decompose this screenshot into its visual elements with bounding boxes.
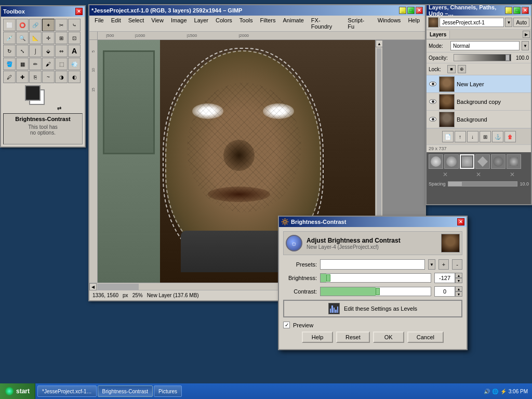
layer-row-background-copy[interactable]: Background copy bbox=[427, 93, 531, 111]
taskbar-btn-bc[interactable]: Brightness-Contrast bbox=[98, 385, 153, 397]
tool-ink[interactable]: 🖊 bbox=[3, 71, 16, 83]
layer-visibility-background[interactable] bbox=[429, 115, 437, 124]
gimp-close-button[interactable]: ✕ bbox=[416, 7, 423, 14]
panel-menu-button[interactable]: ▶ bbox=[523, 31, 530, 38]
tool-crop[interactable]: ⊡ bbox=[68, 32, 81, 44]
menu-image[interactable]: Image bbox=[168, 17, 190, 30]
contrast-up-button[interactable]: ▲ bbox=[455, 286, 462, 291]
tool-heal[interactable]: ✚ bbox=[16, 71, 29, 83]
brush-item-1[interactable] bbox=[429, 154, 443, 169]
contrast-thumb[interactable] bbox=[376, 288, 380, 295]
tool-measure[interactable]: 📐 bbox=[29, 32, 42, 44]
scroll-up-button[interactable]: ▲ bbox=[376, 40, 383, 47]
scroll-left-button[interactable]: ◀ bbox=[89, 283, 97, 290]
tool-pencil[interactable]: ✏ bbox=[29, 58, 42, 70]
tool-shear[interactable]: ⌡ bbox=[29, 45, 42, 57]
bc-titlebar[interactable]: 🔆 Brightness-Contrast ✕ bbox=[279, 217, 467, 227]
preview-checkbox[interactable] bbox=[283, 322, 290, 328]
layer-visibility-background-copy[interactable] bbox=[429, 98, 437, 106]
presets-add-button[interactable]: + bbox=[438, 259, 449, 270]
tool-ellipse-select[interactable]: ⭕ bbox=[16, 19, 29, 31]
ok-button[interactable]: OK bbox=[373, 331, 404, 343]
opacity-thumb[interactable] bbox=[506, 55, 510, 61]
menu-help[interactable]: Help bbox=[405, 17, 423, 30]
tab-layers[interactable]: Layers bbox=[427, 31, 450, 38]
brush-item-6[interactable] bbox=[507, 154, 521, 169]
file-dropdown[interactable]: JesseProject.xcf-1 bbox=[440, 18, 504, 27]
raise-layer-button[interactable]: ↑ bbox=[455, 131, 466, 142]
new-layer-button[interactable]: 📄 bbox=[442, 131, 454, 142]
tool-flip[interactable]: ⇔ bbox=[55, 45, 68, 57]
mode-dropdown-arrow[interactable]: ▼ bbox=[522, 41, 529, 50]
layer-row-new-layer[interactable]: New Layer bbox=[427, 75, 531, 93]
swap-colors-icon[interactable]: ⇄ bbox=[57, 105, 61, 111]
brightness-slider[interactable] bbox=[320, 273, 431, 283]
menu-colors[interactable]: Colors bbox=[212, 17, 235, 30]
menu-tools[interactable]: Tools bbox=[236, 17, 256, 30]
tool-scissors[interactable]: ✂ bbox=[55, 19, 68, 31]
brush-item-3-active[interactable] bbox=[460, 154, 474, 169]
start-button[interactable]: start bbox=[0, 383, 35, 399]
toolbox-close-button[interactable]: ✕ bbox=[75, 8, 83, 15]
presets-delete-button[interactable]: - bbox=[452, 259, 462, 270]
tool-color-picker[interactable]: 💉 bbox=[3, 32, 16, 44]
toolbox-titlebar[interactable]: Toolbox ✕ bbox=[1, 6, 85, 17]
brush-item-4[interactable] bbox=[475, 154, 490, 169]
tool-rotate[interactable]: ↻ bbox=[3, 45, 16, 57]
tool-airbrush[interactable]: 💨 bbox=[68, 58, 81, 70]
tool-zoom[interactable]: 🔍 bbox=[16, 32, 29, 44]
tool-fuzzy-select[interactable]: ✦ bbox=[42, 19, 55, 31]
tool-text[interactable]: A bbox=[68, 45, 81, 57]
menu-file[interactable]: File bbox=[91, 17, 107, 30]
tool-paintbrush[interactable]: 🖌 bbox=[42, 58, 55, 70]
gimp-minimize-button[interactable]: _ bbox=[399, 7, 406, 14]
contrast-value-box[interactable]: 0 bbox=[434, 286, 455, 297]
taskbar-btn-gimp[interactable]: *JesseProject.xcf-1… bbox=[37, 385, 97, 397]
cancel-button[interactable]: Cancel bbox=[407, 331, 444, 343]
tool-paths[interactable]: ⤷ bbox=[68, 19, 81, 31]
contrast-slider[interactable] bbox=[320, 287, 431, 296]
tool-eraser[interactable]: ⬚ bbox=[55, 58, 68, 70]
file-dropdown-arrow[interactable]: ▼ bbox=[505, 18, 512, 27]
brightness-down-button[interactable]: ▼ bbox=[455, 278, 462, 283]
menu-fx-foundry[interactable]: FX-Foundry bbox=[308, 17, 344, 30]
menu-filters[interactable]: Filters bbox=[257, 17, 279, 30]
lock-position-button[interactable]: ⊕ bbox=[458, 65, 466, 73]
contrast-down-button[interactable]: ▼ bbox=[455, 291, 462, 297]
layer-row-background[interactable]: Background bbox=[427, 111, 531, 128]
tool-rect-select[interactable]: ⬜ bbox=[3, 19, 16, 31]
layers-minimize-button[interactable]: _ bbox=[505, 7, 512, 14]
tool-bucket-fill[interactable]: 🪣 bbox=[3, 58, 16, 70]
foreground-color-swatch[interactable] bbox=[25, 85, 41, 101]
tool-dodge[interactable]: ◑ bbox=[55, 71, 68, 83]
bc-close-button[interactable]: ✕ bbox=[457, 218, 464, 225]
tool-perspective[interactable]: ⬙ bbox=[42, 45, 55, 57]
tool-align[interactable]: ⊞ bbox=[55, 32, 68, 44]
presets-dropdown-arrow[interactable]: ▼ bbox=[428, 259, 435, 270]
lower-layer-button[interactable]: ↓ bbox=[467, 131, 478, 142]
duplicate-layer-button[interactable]: ⊞ bbox=[480, 131, 491, 142]
layer-visibility-new-layer[interactable] bbox=[429, 80, 437, 88]
scroll-thumb-h[interactable] bbox=[97, 284, 139, 290]
tool-smudge[interactable]: ~ bbox=[42, 71, 55, 83]
tool-blend[interactable]: ▦ bbox=[16, 58, 29, 70]
brush-item-2[interactable] bbox=[444, 154, 459, 169]
gimp-main-titlebar[interactable]: *JesseProject.xcf-1.0 (RGB, 3 layers) 25… bbox=[89, 5, 425, 16]
gimp-maximize-button[interactable]: □ bbox=[407, 7, 415, 14]
spacing-slider[interactable] bbox=[448, 181, 518, 187]
menu-animate[interactable]: Animate bbox=[280, 17, 307, 30]
tool-scale[interactable]: ⤡ bbox=[16, 45, 29, 57]
brightness-value-box[interactable]: -127 bbox=[434, 273, 455, 283]
taskbar-btn-pictures[interactable]: Pictures bbox=[154, 385, 182, 397]
tool-clone[interactable]: ⎘ bbox=[29, 71, 42, 83]
menu-windows[interactable]: Windows bbox=[375, 17, 404, 30]
edit-as-levels-button[interactable]: Edit these Settings as Levels bbox=[283, 300, 462, 317]
menu-select[interactable]: Select bbox=[125, 17, 148, 30]
opacity-slider[interactable] bbox=[454, 54, 511, 61]
menu-edit[interactable]: Edit bbox=[108, 17, 124, 30]
delete-layer-button[interactable]: 🗑 bbox=[504, 131, 516, 142]
help-button[interactable]: Help bbox=[302, 331, 333, 343]
brush-item-5[interactable] bbox=[491, 154, 506, 169]
tool-move[interactable]: ✛ bbox=[42, 32, 55, 44]
auto-button[interactable]: Auto bbox=[513, 18, 529, 27]
